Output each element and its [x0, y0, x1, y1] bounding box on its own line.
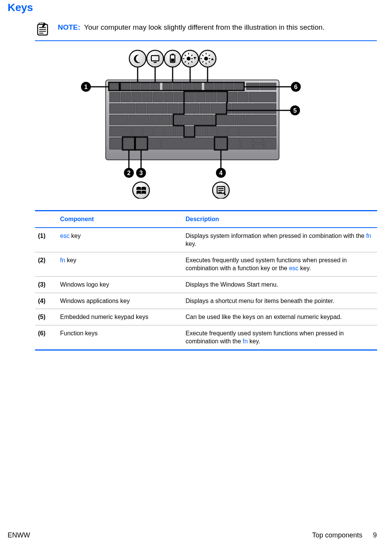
text-fragment: Displays a shortcut menu for items benea…: [186, 298, 334, 304]
svg-point-135: [204, 57, 208, 61]
svg-rect-11: [131, 83, 140, 90]
row-index: (6): [35, 325, 57, 350]
svg-rect-37: [249, 92, 276, 102]
svg-rect-84: [241, 138, 252, 149]
bubble-brightness-down-icon: [182, 50, 198, 67]
row-index: (1): [35, 228, 57, 252]
inline-link[interactable]: fn: [243, 338, 248, 344]
table-row: (1)esc keyDisplays system information wh…: [35, 228, 377, 252]
svg-rect-81: [161, 138, 214, 149]
svg-rect-30: [174, 92, 184, 102]
row-description: Execute frequently used system functions…: [183, 325, 377, 350]
svg-rect-43: [168, 104, 178, 113]
bubble-brightness-up-icon: [199, 50, 216, 67]
footer-page-number: 9: [373, 531, 377, 539]
svg-rect-67: [143, 126, 153, 136]
row-description: Can be used like the keys on an external…: [183, 309, 377, 325]
svg-rect-29: [163, 92, 173, 102]
callout-3: 3: [136, 168, 146, 178]
note-text: NOTE:Your computer may look slightly dif…: [58, 21, 325, 32]
row-index: (2): [35, 252, 57, 276]
svg-rect-73: [207, 126, 217, 136]
svg-rect-75: [228, 126, 238, 136]
bubble-sleep-icon: [129, 50, 146, 67]
svg-rect-83: [227, 138, 240, 149]
inline-link[interactable]: fn: [60, 257, 65, 263]
table-row: (5)Embedded numeric keypad keysCan be us…: [35, 309, 377, 325]
document-page: Keys NOTE:Your computer may look slightl…: [0, 0, 392, 550]
svg-rect-26: [132, 92, 141, 102]
text-fragment: Windows logo key: [60, 281, 109, 288]
table-row: (4)Windows applications keyDisplays a sh…: [35, 293, 377, 309]
row-index: (5): [35, 309, 57, 325]
inline-link[interactable]: esc: [289, 265, 298, 271]
svg-rect-58: [182, 115, 192, 125]
svg-rect-76: [239, 126, 276, 136]
svg-rect-72: [196, 126, 206, 136]
text-fragment: key.: [186, 241, 196, 247]
footer-section: Top components: [312, 531, 362, 539]
bubble-display-icon: [147, 50, 163, 67]
row-description: Displays a shortcut menu for items benea…: [183, 293, 377, 309]
bubble-windows-logo-icon: [133, 182, 149, 199]
svg-rect-25: [121, 92, 131, 102]
svg-text:5: 5: [293, 107, 297, 114]
svg-rect-38: [110, 104, 125, 113]
svg-rect-42: [157, 104, 167, 113]
svg-rect-27: [142, 92, 152, 102]
keyboard-illustration: 1 6 5 2 3 4: [8, 46, 377, 199]
bubble-menu-icon: [213, 182, 229, 199]
svg-rect-87: [265, 138, 276, 149]
text-fragment: Windows applications key: [60, 298, 130, 304]
row-component: fn key: [57, 252, 183, 276]
svg-rect-77: [110, 138, 122, 149]
svg-text:3: 3: [139, 170, 143, 176]
svg-rect-68: [154, 126, 163, 136]
row-component: Function keys: [57, 325, 183, 350]
svg-rect-78: [123, 138, 135, 149]
svg-rect-80: [148, 138, 160, 149]
svg-rect-66: [132, 126, 142, 136]
svg-rect-41: [147, 104, 157, 113]
text-fragment: key.: [298, 265, 311, 271]
text-fragment: Executes frequently used system function…: [186, 257, 347, 272]
note-label: NOTE:: [58, 23, 80, 31]
svg-rect-55: [150, 115, 160, 125]
svg-rect-69: [164, 126, 174, 136]
callout-4: 4: [216, 168, 226, 178]
svg-rect-13: [151, 83, 160, 90]
inline-link[interactable]: esc: [60, 233, 70, 239]
svg-point-117: [147, 50, 163, 67]
svg-rect-31: [185, 92, 195, 102]
svg-rect-57: [171, 115, 181, 125]
note-body: Your computer may look slightly differen…: [84, 23, 325, 31]
svg-rect-36: [238, 92, 248, 102]
components-table: Component Description (1)esc keyDisplays…: [35, 210, 377, 351]
svg-text:2: 2: [127, 170, 130, 176]
svg-rect-62: [224, 115, 234, 125]
text-fragment: Execute frequently used system functions…: [186, 330, 344, 345]
svg-rect-10: [121, 83, 130, 90]
svg-rect-60: [203, 115, 213, 125]
svg-rect-74: [217, 126, 227, 136]
callout-6: 6: [291, 82, 301, 92]
table-row: (6)Function keysExecute frequently used …: [35, 325, 377, 350]
row-index: (3): [35, 276, 57, 293]
svg-rect-49: [232, 104, 242, 113]
svg-rect-56: [160, 115, 170, 125]
th-component: Component: [57, 211, 183, 228]
svg-rect-54: [139, 115, 149, 125]
row-description: Displays system information when pressed…: [183, 228, 377, 252]
th-blank: [35, 211, 57, 228]
row-component: Embedded numeric keypad keys: [57, 309, 183, 325]
svg-rect-12: [141, 83, 150, 90]
svg-rect-39: [125, 104, 135, 113]
footer-left: ENWW: [8, 531, 30, 539]
svg-point-6: [41, 22, 42, 24]
section-heading: Keys: [8, 0, 377, 19]
inline-link[interactable]: fn: [366, 233, 371, 239]
callout-1: 1: [81, 82, 91, 92]
svg-rect-18: [205, 83, 214, 90]
text-fragment: key.: [248, 338, 260, 344]
row-description: Executes frequently used system function…: [183, 252, 377, 276]
